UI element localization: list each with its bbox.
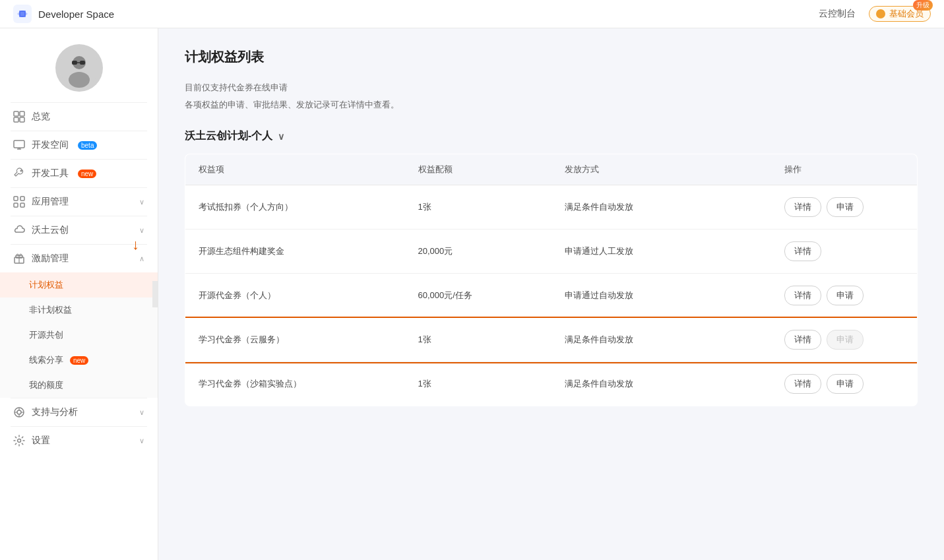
sidebar-item-devspace[interactable]: 开发空间 beta (0, 131, 158, 159)
detail-button-row2[interactable]: 详情 (784, 241, 821, 261)
th-method: 发放方式 (551, 154, 771, 185)
apps-icon (13, 196, 25, 208)
svg-rect-15 (14, 197, 18, 201)
sidebar-label-wotucloud: 沃土云创 (32, 224, 69, 236)
action-btns: 详情 申请 (784, 286, 904, 305)
benefit-col: 学习代金券（云服务） (185, 318, 405, 362)
quota-col: 1张 (405, 318, 551, 362)
action-col: 详情 申请 (771, 185, 918, 230)
quota-col: 20,000元 (405, 230, 551, 274)
sidebar-subitem-lead-sharing[interactable]: 线索分享 new (0, 348, 158, 373)
sidebar-label-settings: 设置 (32, 435, 50, 447)
support-icon (13, 406, 25, 418)
svg-rect-12 (14, 140, 24, 148)
table-row: 开源代金券（个人） 60,000元/任务 申请通过自动发放 详情 申请 (185, 274, 918, 318)
sidebar-label-devtools: 开发工具 (32, 168, 69, 179)
badge-new-lead: new (70, 356, 88, 365)
svg-rect-9 (20, 111, 24, 116)
detail-button-row3[interactable]: 详情 (784, 286, 821, 305)
nav-left: Developer Space (13, 5, 114, 23)
cloud-icon (13, 224, 25, 236)
sub-items-incentive: 计划权益 非计划权益 开源共创 线索分享 new 我的额度 (0, 272, 158, 398)
monitor-icon (13, 139, 25, 151)
badge-beta: beta (78, 141, 97, 150)
detail-button-row4[interactable]: 详情 (784, 330, 821, 350)
svg-point-7 (69, 72, 90, 88)
notice-line2: 各项权益的申请、审批结果、发放记录可在详情中查看。 (185, 96, 918, 113)
quota-col: 60,000元/任务 (405, 274, 551, 318)
benefit-col: 开源生态组件构建奖金 (185, 230, 405, 274)
sidebar-item-appmgmt[interactable]: 应用管理 ∨ (0, 188, 158, 216)
detail-button-row5[interactable]: 详情 (784, 374, 821, 394)
table-row: 考试抵扣券（个人方向） 1张 满足条件自动发放 详情 申请 (185, 185, 918, 230)
arrow-icon-appmgmt: ∨ (139, 198, 144, 206)
apply-button-row5[interactable]: 申请 (827, 374, 864, 394)
sidebar-item-settings[interactable]: 设置 ∨ (0, 427, 158, 454)
member-badge[interactable]: 升级 基础会员 (869, 6, 931, 22)
cloud-console-link[interactable]: 云控制台 (819, 8, 856, 20)
sidebar-subitem-plan-benefits[interactable]: 计划权益 (0, 272, 158, 297)
benefit-col: 开源代金券（个人） (185, 274, 405, 318)
method-col: 申请通过人工发放 (551, 230, 771, 274)
tool-icon (13, 168, 25, 179)
upgrade-tag: 升级 (913, 0, 933, 11)
th-benefit: 权益项 (185, 154, 405, 185)
quota-col: 1张 (405, 185, 551, 230)
table-header-row: 权益项 权益配额 发放方式 操作 (185, 154, 918, 185)
sidebar-item-devtools[interactable]: 开发工具 new (0, 160, 158, 187)
method-col: 申请通过自动发放 (551, 274, 771, 318)
svg-rect-17 (14, 203, 18, 207)
action-col: 详情 申请 (771, 318, 918, 362)
svg-rect-18 (20, 203, 24, 207)
arrow-icon-incentive: ∧ (139, 255, 144, 263)
sidebar-subitem-my-quota[interactable]: 我的额度 (0, 373, 158, 398)
arrow-icon-support: ∨ (139, 408, 144, 417)
sidebar-item-support[interactable]: 支持与分析 ∨ (0, 398, 158, 426)
sidebar-label-overview: 总览 (32, 111, 50, 123)
sidebar-label-support: 支持与分析 (32, 406, 78, 418)
svg-rect-16 (20, 197, 24, 201)
gift-icon (13, 253, 25, 264)
action-btns: 详情 申请 (784, 374, 904, 394)
section-title: 沃土云创计划-个人 (185, 129, 272, 143)
sidebar-item-incentive[interactable]: 激励管理 ∧ (0, 245, 158, 272)
sidebar-label-incentive: 激励管理 (32, 253, 69, 264)
arrow-icon-settings: ∨ (139, 437, 144, 445)
app-title: Developer Space (38, 9, 114, 20)
grid-icon (13, 111, 25, 123)
svg-rect-5 (80, 61, 85, 65)
quota-col: 1张 (405, 362, 551, 406)
svg-rect-8 (14, 111, 18, 116)
table-row: 开源生态组件构建奖金 20,000元 申请通过人工发放 详情 (185, 230, 918, 274)
sidebar-label-appmgmt: 应用管理 (32, 196, 69, 208)
sidebar-item-wotucloud[interactable]: 沃土云创 ∨ ↓ (0, 216, 158, 244)
detail-button-row1[interactable]: 详情 (784, 197, 821, 217)
sidebar-subitem-non-plan-benefits[interactable]: 非计划权益 (0, 297, 158, 323)
table-row: 学习代金券（沙箱实验点） 1张 满足条件自动发放 详情 申请 (185, 362, 918, 406)
svg-rect-11 (20, 117, 24, 122)
avatar-section (0, 28, 158, 102)
sidebar-item-overview[interactable]: 总览 (0, 103, 158, 131)
method-col: 满足条件自动发放 (551, 185, 771, 230)
svg-rect-4 (72, 61, 77, 65)
method-col: 满足条件自动发放 (551, 318, 771, 362)
chevron-down-icon: ∨ (278, 131, 284, 142)
sidebar-collapse-btn[interactable]: ‹ (152, 281, 158, 307)
svg-point-23 (17, 410, 21, 414)
app-logo-icon (13, 5, 32, 23)
apply-button-row3[interactable]: 申请 (827, 286, 864, 305)
svg-point-28 (18, 439, 21, 443)
gear-icon (13, 435, 25, 447)
plan-table: 权益项 权益配额 发放方式 操作 考试抵扣券（个人方向） 1张 满足条件自动发放… (185, 154, 918, 406)
action-col: 详情 申请 (771, 274, 918, 318)
notice-box: 目前仅支持代金券在线申请 各项权益的申请、审批结果、发放记录可在详情中查看。 (185, 79, 918, 113)
apply-button-row4[interactable]: 申请 (827, 330, 864, 350)
apply-button-row1[interactable]: 申请 (827, 197, 864, 217)
benefit-col: 考试抵扣券（个人方向） (185, 185, 405, 230)
sidebar-subitem-open-source[interactable]: 开源共创 (0, 323, 158, 348)
benefit-col: 学习代金券（沙箱实验点） (185, 362, 405, 406)
table-row-highlighted: 学习代金券（云服务） 1张 满足条件自动发放 详情 申请 (185, 318, 918, 362)
section-header[interactable]: 沃土云创计划-个人 ∨ (185, 129, 918, 143)
action-col: 详情 申请 (771, 362, 918, 406)
avatar-icon (59, 48, 99, 88)
